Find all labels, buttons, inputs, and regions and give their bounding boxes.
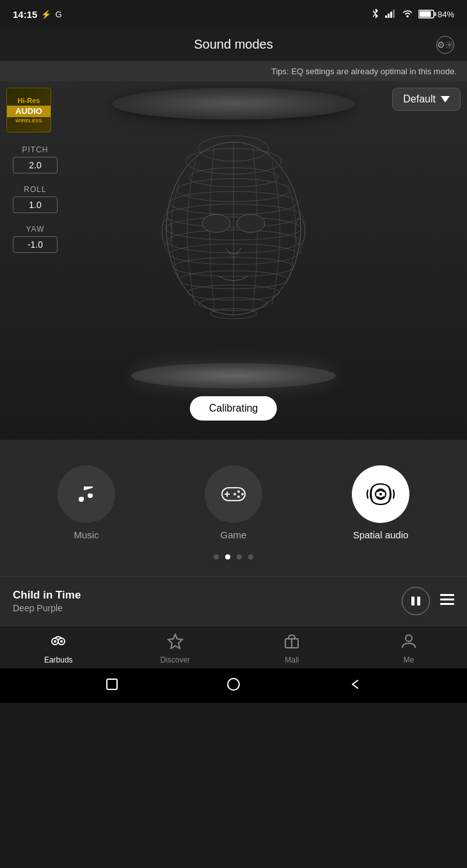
android-back-btn[interactable] <box>349 678 361 694</box>
status-left: 14:15 ⚡ G <box>13 9 62 20</box>
main-content: Tips: EQ settings are already optimal in… <box>0 61 467 625</box>
svg-point-8 <box>448 44 450 45</box>
calibrating-label: Calibrating <box>209 403 258 414</box>
yaw-label: YAW <box>26 225 45 234</box>
svg-marker-46 <box>168 634 182 648</box>
modes-row: Music Game <box>0 453 467 547</box>
mall-icon <box>283 632 300 653</box>
bluetooth-icon <box>371 8 380 20</box>
svg-rect-7 <box>419 12 431 17</box>
svg-point-32 <box>241 493 244 495</box>
android-home-btn[interactable] <box>226 677 241 695</box>
top-bar: Sound modes <box>0 28 467 61</box>
mode-music[interactable]: Music <box>58 465 115 540</box>
roll-group: ROLL 1.0 <box>13 185 58 213</box>
svg-rect-50 <box>107 679 117 689</box>
track-info: Child in Time Deep Purple <box>13 589 402 613</box>
roll-label: ROLL <box>24 185 46 194</box>
earbuds-label: Earbuds <box>44 655 73 664</box>
svg-point-31 <box>237 490 240 493</box>
top-disk <box>112 88 355 120</box>
hires-bot: WIRELESS <box>15 118 42 124</box>
svg-point-36 <box>379 493 382 495</box>
svg-point-45 <box>60 640 63 643</box>
play-pause-button[interactable] <box>402 587 430 615</box>
svg-point-33 <box>237 495 240 498</box>
nav-mall[interactable]: Mall <box>266 632 317 664</box>
mall-label: Mall <box>285 655 299 664</box>
wifi-icon <box>402 9 413 20</box>
queue-button[interactable] <box>440 593 454 609</box>
earbuds-icon <box>50 632 67 653</box>
svg-point-49 <box>406 635 412 641</box>
svg-point-44 <box>54 640 56 643</box>
status-right: 84% <box>371 8 454 20</box>
svg-point-23 <box>237 214 265 232</box>
spatial-icon-circle <box>352 465 409 523</box>
signal-bars <box>385 9 397 20</box>
modes-section: Music Game <box>0 440 467 576</box>
svg-point-34 <box>234 493 236 495</box>
time: 14:15 <box>13 9 37 20</box>
bottom-disk <box>131 363 336 389</box>
status-bar: 14:15 ⚡ G <box>0 0 467 28</box>
pitch-value[interactable]: 2.0 <box>13 157 58 173</box>
svg-rect-0 <box>385 15 387 18</box>
nav-earbuds[interactable]: Earbuds <box>33 632 84 664</box>
game-icon-circle <box>205 465 262 523</box>
hires-top: Hi-Res <box>18 97 40 105</box>
game-label: Game <box>221 529 247 540</box>
orientation-controls: PITCH 2.0 ROLL 1.0 YAW -1.0 <box>13 145 58 253</box>
bottom-nav: Earbuds Discover Mall Me <box>0 625 467 668</box>
nav-discover[interactable]: Discover <box>150 632 201 664</box>
spatial-label: Spatial audio <box>353 529 409 540</box>
pagination-dots <box>0 547 467 570</box>
discover-label: Discover <box>160 655 190 664</box>
battery-icon: 84% <box>418 10 454 19</box>
track-artist: Deep Purple <box>13 603 402 613</box>
roll-value[interactable]: 1.0 <box>13 197 58 213</box>
dot-2[interactable] <box>237 554 242 559</box>
me-label: Me <box>403 655 414 664</box>
settings-icon[interactable] <box>436 36 454 54</box>
player-controls <box>402 587 454 615</box>
viz-area: Hi-Res AUDIO WIRELESS Default PITCH 2.0 … <box>0 81 467 440</box>
svg-rect-41 <box>440 603 454 605</box>
calibrating-badge: Calibrating <box>190 396 277 421</box>
android-square-btn[interactable] <box>106 678 118 694</box>
svg-rect-1 <box>388 13 390 18</box>
head-3d <box>144 120 323 363</box>
music-label: Music <box>74 529 99 540</box>
svg-rect-39 <box>440 594 454 596</box>
pitch-label: PITCH <box>22 145 49 154</box>
dot-0[interactable] <box>214 554 219 559</box>
svg-rect-3 <box>393 10 395 18</box>
discover-icon <box>167 632 184 653</box>
default-dropdown[interactable]: Default <box>392 88 461 111</box>
yaw-group: YAW -1.0 <box>13 225 58 253</box>
tips-text: Tips: EQ settings are already optimal in… <box>271 67 457 76</box>
svg-point-4 <box>406 15 409 17</box>
charging-icon: ⚡ <box>41 10 51 19</box>
svg-rect-6 <box>434 12 436 16</box>
mode-spatial[interactable]: Spatial audio <box>352 465 409 540</box>
mode-game[interactable]: Game <box>205 465 262 540</box>
now-playing: Child in Time Deep Purple <box>0 576 467 625</box>
android-nav <box>0 668 467 703</box>
svg-rect-40 <box>440 599 454 600</box>
pitch-group: PITCH 2.0 <box>13 145 58 173</box>
tips-bar: Tips: EQ settings are already optimal in… <box>0 61 467 81</box>
dot-1[interactable] <box>225 554 230 559</box>
svg-rect-38 <box>417 597 420 606</box>
hires-badge: Hi-Res AUDIO WIRELESS <box>6 88 51 133</box>
g-icon: G <box>55 10 61 19</box>
svg-rect-37 <box>411 597 415 606</box>
nav-me[interactable]: Me <box>383 632 434 664</box>
svg-point-22 <box>202 214 230 232</box>
yaw-value[interactable]: -1.0 <box>13 236 58 253</box>
track-title: Child in Time <box>13 589 402 602</box>
dot-3[interactable] <box>248 554 253 559</box>
hires-mid: AUDIO <box>7 106 51 117</box>
music-icon-circle <box>58 465 115 523</box>
svg-rect-2 <box>390 12 392 18</box>
